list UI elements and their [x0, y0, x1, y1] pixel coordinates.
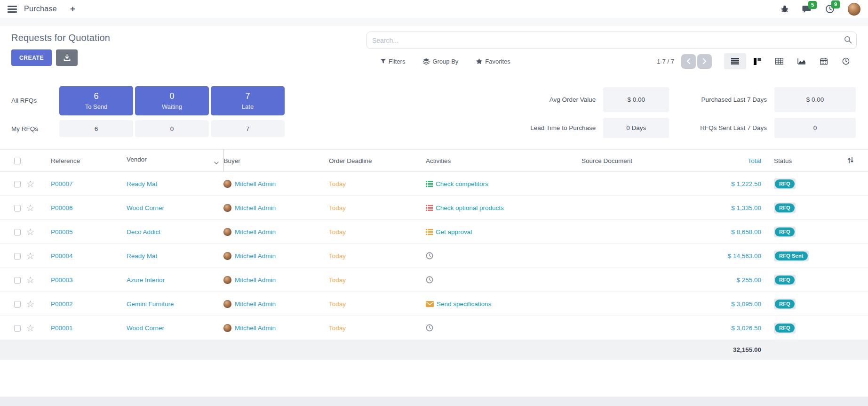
vendor-link[interactable]: Azure Interior [127, 276, 165, 284]
source-document-column-header[interactable]: Source Document [581, 150, 676, 172]
reference-link[interactable]: P00002 [51, 300, 73, 308]
my-to-send-card[interactable]: 6 [59, 120, 133, 137]
purchase-dashboard: All RFQs 6 To Send 0 Waiting 7 Late My R… [0, 76, 868, 149]
activity-view-button[interactable] [835, 53, 857, 69]
create-button[interactable]: CREATE [11, 49, 52, 66]
my-late-card[interactable]: 7 [211, 120, 285, 137]
reference-link[interactable]: P00003 [51, 276, 73, 284]
vendor-link[interactable]: Ready Mat [127, 252, 157, 260]
row-checkbox[interactable] [14, 325, 21, 332]
export-button[interactable] [56, 49, 78, 66]
view-switcher [724, 53, 857, 69]
select-all-checkbox[interactable] [14, 158, 21, 164]
vendor-link[interactable]: Gemini Furniture [127, 300, 174, 308]
activity-icon-button[interactable] [426, 325, 433, 332]
vendor-link[interactable]: Ready Mat [127, 180, 157, 187]
activity-label[interactable]: Get approval [436, 228, 472, 235]
activities-clock-icon[interactable]: 9 [825, 4, 835, 14]
table-row[interactable]: ☆ P00003 Azure Interior Mitchell Admin T… [0, 268, 868, 292]
optional-columns-button[interactable] [833, 150, 868, 172]
status-column-header[interactable]: Status [762, 150, 833, 172]
new-tab-button[interactable]: + [70, 4, 75, 14]
menu-icon[interactable] [8, 6, 17, 13]
list-view-button[interactable] [724, 53, 746, 69]
buyer-link[interactable]: Mitchell Admin [235, 204, 276, 211]
activity-icon-button[interactable] [426, 253, 433, 260]
search-input[interactable] [366, 32, 857, 49]
pager-previous-button[interactable] [681, 54, 696, 69]
late-card[interactable]: 7 Late [211, 86, 285, 115]
vendor-link[interactable]: Deco Addict [127, 228, 160, 235]
buyer-link[interactable]: Mitchell Admin [235, 228, 276, 235]
reference-link[interactable]: P00005 [51, 228, 73, 235]
activity-label[interactable]: Send specifications [437, 300, 491, 308]
rfq-list: Reference Vendor Buyer Order Deadline Ac… [0, 149, 868, 360]
activity-label[interactable]: Check competitors [436, 180, 488, 187]
activity-icon-button[interactable] [426, 300, 434, 308]
row-checkbox[interactable] [14, 301, 21, 308]
buyer-link[interactable]: Mitchell Admin [235, 325, 276, 332]
filters-button[interactable]: Filters [381, 58, 405, 65]
table-row[interactable]: ☆ P00001 Wood Corner Mitchell Admin Toda… [0, 316, 868, 340]
top-navbar: Purchase + 5 9 [0, 0, 868, 18]
favorite-star-icon[interactable]: ☆ [26, 323, 34, 333]
total-column-header[interactable]: Total [676, 150, 762, 172]
row-checkbox[interactable] [14, 205, 21, 211]
activity-icon-button[interactable] [426, 277, 433, 284]
pager-next-button[interactable] [697, 54, 712, 69]
order-deadline-column-header[interactable]: Order Deadline [329, 150, 426, 172]
table-row[interactable]: ☆ P00006 Wood Corner Mitchell Admin Toda… [0, 196, 868, 220]
buyer-link[interactable]: Mitchell Admin [235, 252, 276, 260]
table-row[interactable]: ☆ P00007 Ready Mat Mitchell Admin Today … [0, 172, 868, 196]
buyer-link[interactable]: Mitchell Admin [235, 180, 276, 187]
my-waiting-card[interactable]: 0 [135, 120, 209, 137]
favorite-star-icon[interactable]: ☆ [26, 251, 34, 261]
kanban-view-button[interactable] [746, 53, 768, 69]
buyer-link[interactable]: Mitchell Admin [235, 300, 276, 308]
search-icon[interactable] [844, 36, 852, 46]
vendor-link[interactable]: Wood Corner [127, 204, 164, 211]
favorite-star-icon[interactable]: ☆ [26, 275, 34, 285]
app-title[interactable]: Purchase [24, 5, 57, 13]
status-badge: RFQ [774, 323, 796, 333]
favorites-button[interactable]: Favorites [476, 58, 510, 65]
activity-icon-button[interactable] [426, 180, 433, 187]
row-checkbox[interactable] [14, 253, 21, 260]
table-row[interactable]: ☆ P00002 Gemini Furniture Mitchell Admin… [0, 292, 868, 316]
user-avatar[interactable] [848, 3, 860, 16]
activities-column-header[interactable]: Activities [426, 150, 581, 172]
favorite-star-icon[interactable]: ☆ [26, 179, 34, 189]
table-row[interactable]: ☆ P00004 Ready Mat Mitchell Admin Today … [0, 244, 868, 268]
reference-column-header[interactable]: Reference [51, 150, 127, 172]
activity-icon-button[interactable] [426, 204, 433, 211]
reference-link[interactable]: P00004 [51, 252, 73, 260]
table-row[interactable]: ☆ P00005 Deco Addict Mitchell Admin Toda… [0, 220, 868, 244]
debug-bug-icon[interactable] [780, 5, 789, 13]
favorite-star-icon[interactable]: ☆ [26, 299, 34, 309]
page-title: Requests for Quotation [11, 32, 366, 43]
graph-view-button[interactable] [790, 53, 812, 69]
reference-link[interactable]: P00007 [51, 180, 73, 187]
order-deadline-value: Today [329, 300, 346, 308]
status-badge: RFQ [774, 203, 796, 213]
favorite-star-icon[interactable]: ☆ [26, 203, 34, 213]
vendor-column-header[interactable]: Vendor [127, 150, 223, 172]
activity-icon-button[interactable] [426, 228, 433, 235]
vendor-link[interactable]: Wood Corner [127, 325, 164, 332]
to-send-card[interactable]: 6 To Send [59, 86, 133, 115]
pivot-view-button[interactable] [768, 53, 790, 69]
messages-icon[interactable]: 5 [802, 5, 812, 14]
reference-link[interactable]: P00006 [51, 204, 73, 211]
favorite-star-icon[interactable]: ☆ [26, 227, 34, 237]
row-checkbox[interactable] [14, 181, 21, 187]
buyer-column-header[interactable]: Buyer [223, 150, 329, 172]
buyer-link[interactable]: Mitchell Admin [235, 276, 276, 284]
row-checkbox[interactable] [14, 229, 21, 235]
grand-total: 32,155.00 [676, 340, 762, 360]
calendar-view-button[interactable] [812, 53, 835, 69]
activity-label[interactable]: Check optional products [436, 204, 504, 211]
reference-link[interactable]: P00001 [51, 325, 73, 332]
group-by-button[interactable]: Group By [423, 58, 458, 65]
waiting-card[interactable]: 0 Waiting [135, 86, 209, 115]
row-checkbox[interactable] [14, 277, 21, 284]
